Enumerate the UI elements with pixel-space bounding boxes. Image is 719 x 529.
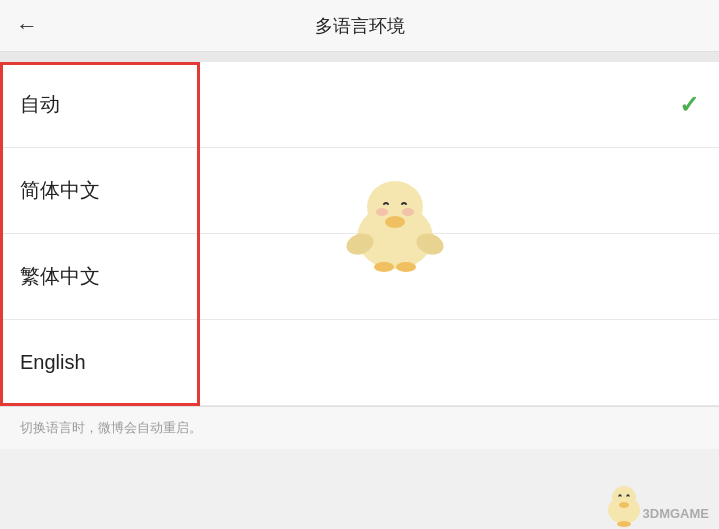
- list-item[interactable]: 自动 ✓: [0, 62, 719, 148]
- back-button[interactable]: ←: [16, 15, 38, 37]
- svg-point-11: [619, 502, 629, 508]
- selected-check-icon: ✓: [679, 91, 699, 119]
- header: ← 多语言环境: [0, 0, 719, 52]
- svg-point-4: [402, 208, 414, 216]
- language-option-simplified: 简体中文: [20, 177, 100, 204]
- list-item[interactable]: English: [0, 320, 719, 406]
- svg-point-2: [385, 216, 405, 228]
- svg-point-8: [396, 262, 416, 272]
- mascot-bottom-illustration: [599, 482, 649, 527]
- language-option-auto: 自动: [20, 91, 60, 118]
- svg-point-12: [617, 521, 631, 527]
- watermark-text: 3DMGAME: [643, 506, 709, 521]
- section-divider: [0, 52, 719, 62]
- svg-point-3: [376, 208, 388, 216]
- page-title: 多语言环境: [315, 14, 405, 38]
- mascot-illustration: [340, 172, 450, 272]
- language-option-traditional: 繁体中文: [20, 263, 100, 290]
- language-list: 自动 ✓ 简体中文 繁体中文 English: [0, 62, 719, 406]
- footer-note: 切换语言时，微博会自动重启。: [0, 406, 719, 449]
- language-option-english: English: [20, 351, 86, 374]
- svg-point-7: [374, 262, 394, 272]
